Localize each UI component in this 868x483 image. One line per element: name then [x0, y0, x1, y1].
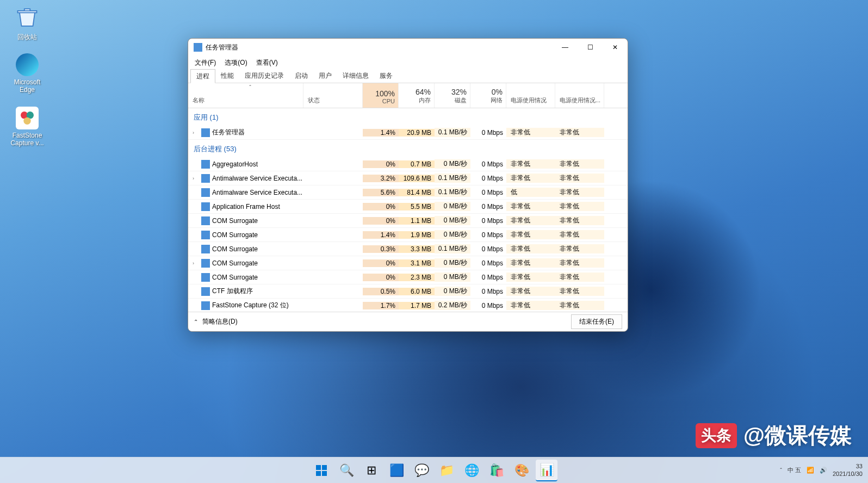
process-row[interactable]: COM Surrogate0%2.3 MB0 MB/秒0 Mbps非常低非常低 [188, 270, 628, 284]
memory-cell: 5.5 MB [399, 203, 435, 210]
tab-processes[interactable]: 进程 [190, 69, 215, 83]
disk-cell: 0 MB/秒 [435, 230, 470, 239]
desktop-icon-edge[interactable]: Microsoft Edge [7, 53, 48, 94]
task-view-icon[interactable]: ⊞ [361, 460, 382, 481]
process-row[interactable]: CTF 加载程序0.5%6.0 MB0 MB/秒0 Mbps非常低非常低 [188, 284, 628, 299]
network-cell: 0 Mbps [470, 217, 506, 225]
faststone-taskbar-icon[interactable]: 🎨 [511, 460, 532, 481]
tab-strip: 进程 性能 应用历史记录 启动 用户 详细信息 服务 [188, 69, 628, 83]
desktop-icon-faststone[interactable]: FastStone Capture v... [7, 107, 48, 147]
process-name: CTF 加载程序 [212, 287, 253, 296]
wifi-icon[interactable]: 📶 [807, 467, 814, 474]
power-trend-cell: 非常低 [555, 258, 604, 268]
process-row[interactable]: Application Frame Host0%5.5 MB0 MB/秒0 Mb… [188, 200, 628, 214]
process-icon [201, 259, 210, 268]
process-name: 任务管理器 [212, 128, 245, 137]
end-task-button[interactable]: 结束任务(E) [571, 314, 622, 329]
power-cell: 非常低 [506, 244, 555, 253]
memory-cell: 3.3 MB [399, 245, 435, 253]
process-name: Antimalware Service Executa... [212, 175, 302, 182]
process-row[interactable]: ›COM Surrogate0%3.1 MB0 MB/秒0 Mbps非常低非常低 [188, 256, 628, 270]
close-button[interactable]: ✕ [603, 39, 628, 56]
group-header[interactable]: 后台进程 (53) [188, 140, 628, 157]
process-row[interactable]: Antimalware Service Executa...5.6%81.4 M… [188, 185, 628, 200]
grid-body[interactable]: 应用 (1)›任务管理器1.4%20.9 MB0.1 MB/秒0 Mbps非常低… [188, 108, 628, 312]
desktop-icon-recycle-bin[interactable]: 回收站 [7, 4, 48, 42]
widgets-icon[interactable]: 🟦 [386, 460, 407, 481]
col-power[interactable]: 电源使用情况 [506, 83, 555, 108]
grid-header: ˆ 名称 状态 100% CPU 64% 内存 32% 磁盘 0% 网络 电源使… [188, 83, 628, 108]
network-cell: 0 Mbps [470, 175, 506, 182]
expand-icon[interactable]: › [193, 130, 199, 135]
power-trend-cell: 非常低 [555, 174, 604, 183]
process-row[interactable]: ›任务管理器1.4%20.9 MB0.1 MB/秒0 Mbps非常低非常低 [188, 126, 628, 140]
memory-cell: 20.9 MB [399, 129, 435, 137]
memory-cell: 1.1 MB [399, 217, 435, 225]
titlebar[interactable]: 任务管理器 — ☐ ✕ [188, 39, 628, 56]
process-row[interactable]: AggregatorHost0%0.7 MB0 MB/秒0 Mbps非常低非常低 [188, 157, 628, 171]
explorer-icon[interactable]: 📁 [436, 460, 457, 481]
power-cell: 非常低 [506, 287, 555, 296]
col-memory[interactable]: 64% 内存 [399, 83, 435, 108]
col-disk[interactable]: 32% 磁盘 [435, 83, 470, 108]
col-name[interactable]: ˆ 名称 [188, 83, 303, 108]
minimize-button[interactable]: — [553, 39, 578, 56]
menu-options[interactable]: 选项(O) [221, 57, 250, 69]
group-header[interactable]: 应用 (1) [188, 108, 628, 126]
taskbar: 🔍 ⊞ 🟦 💬 📁 🌐 🛍️ 🎨 📊 ˆ 中 五 📶 🔊 33 2021/10/… [0, 457, 868, 483]
network-cell: 0 Mbps [470, 160, 506, 168]
disk-cell: 0.1 MB/秒 [435, 128, 470, 137]
tab-details[interactable]: 详细信息 [337, 69, 374, 83]
power-trend-cell: 非常低 [555, 202, 604, 211]
clock[interactable]: 33 2021/10/30 [833, 463, 863, 477]
tab-users[interactable]: 用户 [313, 69, 337, 83]
expand-icon[interactable]: › [193, 261, 199, 266]
process-name: COM Surrogate [212, 231, 258, 239]
window-title: 任务管理器 [206, 43, 238, 52]
tab-performance[interactable]: 性能 [215, 69, 239, 83]
process-name: AggregatorHost [212, 160, 258, 168]
volume-icon[interactable]: 🔊 [820, 467, 827, 474]
menu-bar: 文件(F) 选项(O) 查看(V) [188, 56, 628, 69]
power-cell: 非常低 [506, 202, 555, 211]
chat-icon[interactable]: 💬 [411, 460, 432, 481]
power-trend-cell: 非常低 [555, 188, 604, 197]
search-icon[interactable]: 🔍 [336, 460, 357, 481]
tab-startup[interactable]: 启动 [289, 69, 313, 83]
col-power-trend[interactable]: 电源使用情况... [555, 83, 604, 108]
tray-chevron-icon[interactable]: ˆ [780, 467, 782, 474]
menu-file[interactable]: 文件(F) [191, 57, 219, 69]
process-row[interactable]: COM Surrogate1.4%1.9 MB0 MB/秒0 Mbps非常低非常… [188, 228, 628, 242]
tab-app-history[interactable]: 应用历史记录 [239, 69, 289, 83]
edge-taskbar-icon[interactable]: 🌐 [461, 460, 482, 481]
maximize-button[interactable]: ☐ [578, 39, 603, 56]
tab-services[interactable]: 服务 [374, 69, 398, 83]
store-icon[interactable]: 🛍️ [486, 460, 507, 481]
col-status[interactable]: 状态 [303, 83, 363, 108]
collapse-icon[interactable]: ⌃ [194, 319, 198, 325]
process-name: COM Surrogate [212, 274, 258, 281]
process-row[interactable]: COM Surrogate0.3%3.3 MB0.1 MB/秒0 Mbps非常低… [188, 242, 628, 256]
system-tray[interactable]: ˆ 中 五 📶 🔊 33 2021/10/30 [780, 463, 863, 477]
expand-marker-icon[interactable]: ˆ [193, 84, 308, 91]
expand-icon[interactable]: › [193, 176, 199, 181]
col-network[interactable]: 0% 网络 [470, 83, 506, 108]
network-cell: 0 Mbps [470, 129, 506, 137]
task-manager-taskbar-icon[interactable]: 📊 [536, 460, 557, 481]
brief-info-link[interactable]: 简略信息(D) [202, 317, 238, 326]
power-cell: 低 [506, 188, 555, 197]
cpu-cell: 0% [363, 203, 399, 210]
memory-cell: 1.7 MB [399, 302, 435, 309]
power-cell: 非常低 [506, 230, 555, 239]
menu-view[interactable]: 查看(V) [253, 57, 281, 69]
process-row[interactable]: ›Antimalware Service Executa...3.2%109.6… [188, 171, 628, 185]
start-button[interactable] [311, 460, 332, 481]
process-row[interactable]: FastStone Capture (32 位)1.7%1.7 MB0.2 MB… [188, 299, 628, 312]
disk-cell: 0 MB/秒 [435, 273, 470, 282]
ime-indicator[interactable]: 中 五 [788, 466, 801, 474]
process-row[interactable]: COM Surrogate0%1.1 MB0 MB/秒0 Mbps非常低非常低 [188, 214, 628, 228]
window-footer: ⌃ 简略信息(D) 结束任务(E) [188, 312, 628, 331]
col-cpu[interactable]: 100% CPU [363, 83, 399, 108]
network-cell: 0 Mbps [470, 203, 506, 210]
network-cell: 0 Mbps [470, 288, 506, 295]
